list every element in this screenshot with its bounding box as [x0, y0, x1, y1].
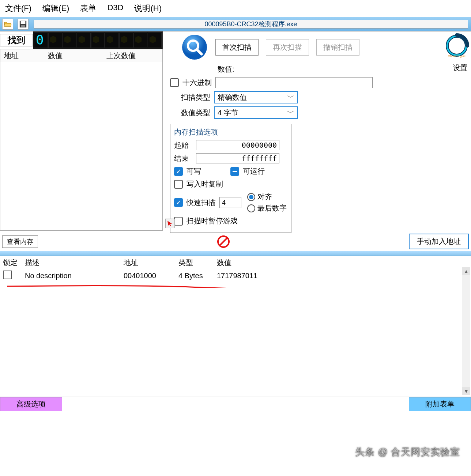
memory-scan-options-group: 内存扫描选项 起始 结束 ✓ 可写 可运行: [170, 124, 291, 233]
splitter-handle[interactable]: [0, 251, 471, 256]
scroll-down-icon[interactable]: ▼: [462, 387, 470, 395]
open-file-icon[interactable]: [2, 19, 13, 30]
found-counter-display: [33, 31, 163, 49]
menu-help[interactable]: 说明(H): [134, 3, 162, 14]
process-title-bar[interactable]: 000095B0-CRC32检测程序.exe: [34, 20, 468, 29]
col-value[interactable]: 数值: [217, 258, 290, 268]
svg-rect-1: [21, 21, 26, 24]
chevron-down-icon: ﹀: [287, 108, 294, 118]
start-label: 起始: [174, 140, 192, 150]
row-description[interactable]: No description: [25, 272, 124, 280]
writable-label: 可写: [186, 166, 201, 176]
svg-line-12: [220, 238, 227, 245]
cheat-engine-logo-icon: Cheat Engine: [444, 33, 470, 58]
copy-on-write-checkbox[interactable]: [174, 180, 183, 189]
col-description[interactable]: 描述: [25, 258, 124, 268]
stop-label: 结束: [174, 154, 192, 163]
results-col-previous[interactable]: 上次数值: [103, 49, 162, 62]
fast-scan-label: 快速扫描: [186, 198, 216, 208]
fast-scan-value-input[interactable]: [219, 197, 241, 208]
search-icon[interactable]: [181, 34, 208, 61]
menu-bar: 文件(F) 编辑(E) 表单 D3D 说明(H): [0, 0, 471, 17]
pause-while-scan-checkbox[interactable]: [174, 217, 183, 226]
col-type[interactable]: 类型: [178, 258, 217, 268]
memory-scan-options-title: 内存扫描选项: [174, 127, 287, 137]
results-header: 地址 数值 上次数值: [0, 49, 163, 62]
row-address[interactable]: 00401000: [124, 272, 178, 280]
address-list-header: 锁定 描述 地址 类型 数值: [0, 256, 471, 269]
value-type-value: 4 字节: [218, 108, 238, 118]
value-type-label: 数值类型: [170, 108, 210, 118]
undo-scan-button: 撤销扫描: [316, 39, 359, 56]
menu-file[interactable]: 文件(F): [5, 3, 31, 14]
copy-on-write-label: 写入时复制: [186, 179, 223, 189]
footer-bar: 高级选项 附加表单: [0, 397, 471, 411]
last-digits-radio[interactable]: [247, 204, 255, 212]
found-label: 找到: [0, 34, 33, 46]
start-address-input[interactable]: [196, 140, 279, 150]
view-memory-button[interactable]: 查看内存: [2, 235, 38, 248]
annotation-underline-icon: [7, 285, 263, 288]
watermark-text: 头条 @ 合天网安实验室: [355, 446, 460, 458]
svg-rect-2: [21, 25, 25, 27]
results-list[interactable]: [0, 62, 163, 231]
executable-checkbox[interactable]: [230, 167, 239, 176]
copy-to-addresslist-icon[interactable]: [165, 219, 175, 228]
process-title: 000095B0-CRC32检测程序.exe: [204, 20, 297, 28]
advanced-options-button[interactable]: 高级选项: [0, 397, 62, 411]
results-col-address[interactable]: 地址: [0, 49, 44, 62]
menu-d3d[interactable]: D3D: [107, 3, 123, 14]
hex-checkbox-label: 十六进制: [182, 78, 212, 88]
col-lock[interactable]: 锁定: [3, 258, 25, 268]
hex-checkbox[interactable]: [170, 78, 179, 87]
settings-link[interactable]: 设置: [453, 63, 467, 73]
menu-table[interactable]: 表单: [80, 3, 96, 14]
scan-type-select[interactable]: 精确数值 ﹀: [214, 91, 298, 103]
row-value[interactable]: 1717987011: [217, 272, 290, 280]
value-label: 数值:: [218, 64, 234, 74]
scan-type-label: 扫描类型: [170, 92, 210, 102]
results-panel: 找到 地址 数值 上次数值: [0, 31, 163, 231]
scan-type-value: 精确数值: [218, 92, 247, 102]
col-address[interactable]: 地址: [124, 258, 178, 268]
executable-label: 可运行: [243, 166, 265, 176]
menu-edit[interactable]: 编辑(E): [42, 3, 69, 14]
aligned-label: 对齐: [257, 192, 272, 202]
attach-table-button[interactable]: 附加表单: [409, 397, 471, 411]
writable-checkbox[interactable]: ✓: [174, 167, 183, 176]
scroll-up-icon[interactable]: ▲: [462, 267, 470, 275]
no-entry-icon[interactable]: [217, 235, 230, 248]
last-digits-label: 最后数字: [257, 203, 287, 213]
stop-address-input[interactable]: [196, 153, 279, 163]
aligned-radio[interactable]: [247, 193, 255, 201]
next-scan-button: 再次扫描: [266, 39, 309, 56]
fast-scan-checkbox[interactable]: ✓: [174, 198, 183, 207]
add-address-manually-button[interactable]: 手动加入地址: [409, 234, 469, 249]
chevron-down-icon: ﹀: [287, 92, 294, 102]
toolbar: 000095B0-CRC32检测程序.exe: [0, 17, 471, 31]
lock-checkbox[interactable]: [3, 271, 12, 279]
scan-value-input[interactable]: [215, 77, 373, 88]
pause-while-scan-label: 扫描时暂停游戏: [186, 216, 238, 226]
save-icon[interactable]: [18, 19, 29, 30]
scan-panel: Cheat Engine 首次扫描 再次扫描 撤销扫描 设置 数值: 十六进制: [163, 31, 471, 231]
first-scan-button[interactable]: 首次扫描: [215, 39, 259, 56]
row-type[interactable]: 4 Bytes: [178, 272, 217, 280]
svg-text:Cheat Engine: Cheat Engine: [448, 54, 466, 58]
value-type-select[interactable]: 4 字节 ﹀: [214, 106, 298, 119]
vertical-scrollbar[interactable]: ▲ ▼: [462, 267, 470, 395]
results-col-value[interactable]: 数值: [44, 49, 103, 62]
svg-point-6: [182, 35, 207, 60]
address-list: 锁定 描述 地址 类型 数值 No description 00401000 4…: [0, 256, 471, 397]
list-item[interactable]: No description 00401000 4 Bytes 17179870…: [0, 269, 471, 283]
